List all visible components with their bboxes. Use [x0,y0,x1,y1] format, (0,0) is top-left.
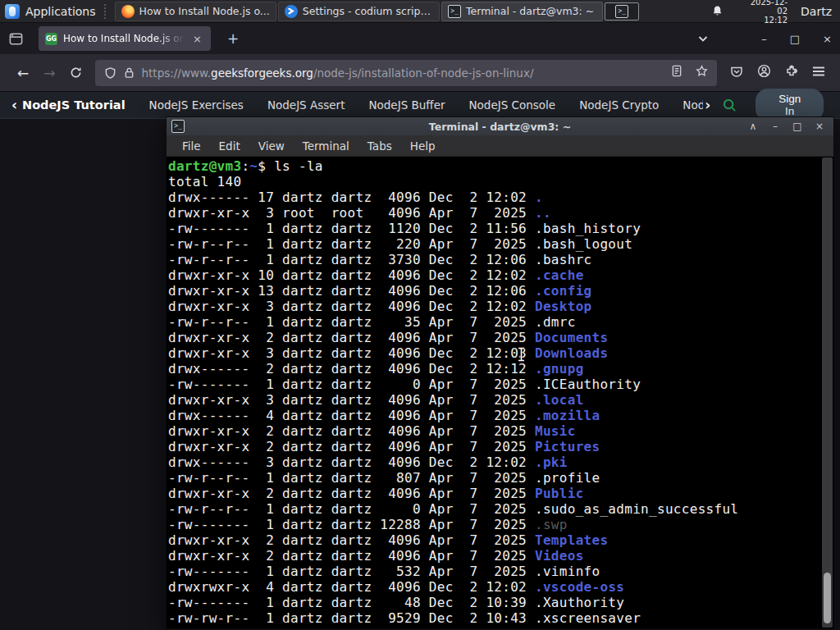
taskbar-item-label: How to Install Node.js o... [139,5,270,17]
geeksforgeeks-favicon: GG [45,33,57,45]
url-bar[interactable]: https://www.geeksforgeeks.org/node-js/in… [95,60,718,86]
list-all-tabs-button[interactable] [697,33,709,44]
taskbar-item-label: Terminal - dartz@vm3: ~ [466,5,594,17]
url-path: /node-js/installation-of-node-js-on-linu… [313,66,534,80]
terminal-line: drwxr-xr-x 13 dartz dartz 4096 Dec 2 12:… [168,283,820,299]
clock-date: 2025-12-02 [740,0,788,16]
terminal-shade-button[interactable]: ∧ [746,121,760,132]
terminal-window-title: Terminal - dartz@vm3: ~ [167,121,833,133]
terminal-menu-file[interactable]: File [173,137,210,155]
reader-mode-icon[interactable] [671,65,682,80]
terminal-line: -rw------- 1 dartz dartz 48 Dec 2 10:39 … [168,595,820,610]
terminal-line: drwx------ 4 dartz dartz 4096 Apr 7 2025… [168,408,820,423]
new-tab-button[interactable]: + [221,29,245,48]
mouse-cursor [517,347,526,365]
url-domain: geeksforgeeks.org [211,66,313,80]
site-nav-item-nodejs-dns[interactable]: NodeJS DNS [682,98,703,112]
terminal-line: -rw------- 1 dartz dartz 12288 Apr 7 202… [168,517,820,532]
terminal-line: -rw-r--r-- 1 dartz dartz 0 Apr 7 2025 .s… [168,501,820,517]
workspace-switcher[interactable]: >_ [605,2,639,21]
hamburger-menu-icon[interactable] [812,65,825,80]
applications-menu-button[interactable]: Applications [0,0,103,22]
vscodium-icon [285,5,298,18]
terminal-line: drwxr-xr-x 3 dartz dartz 4096 Dec 2 12:0… [168,299,820,314]
terminal-line: drwxr-xr-x 10 dartz dartz 4096 Dec 2 12:… [168,267,820,283]
browser-minimize-button[interactable]: – [753,31,775,47]
firefox-view-icon[interactable] [8,31,24,47]
site-subnav: ‹ NodeJS TutorialNodeJS ExercisesNodeJS … [0,92,840,119]
terminal-line: drwxr-xr-x 3 dartz dartz 4096 Dec 2 12:0… [168,345,820,361]
back-button[interactable]: ← [10,62,36,84]
tab-close-icon[interactable]: × [190,32,204,46]
terminal-window: >_ Terminal - dartz@vm3: ~ ∧ – □ × FileE… [166,116,834,629]
nav-scroll-left-icon[interactable]: ‹ [11,97,17,113]
taskbar-item-codium[interactable]: Settings - codium script... [278,2,440,21]
taskbar-item-terminal[interactable]: >_ Terminal - dartz@vm3: ~ [441,2,603,21]
applications-icon [5,4,20,19]
terminal-maximize-button[interactable]: □ [790,121,805,132]
panel-user-label[interactable]: Dartz [801,5,832,18]
forward-button[interactable]: → [36,62,62,84]
terminal-line: drwxr-xr-x 3 root root 4096 Apr 7 2025 .… [168,205,820,221]
terminal-line: -rw-r--r-- 1 dartz dartz 807 Apr 7 2025 … [168,470,820,486]
panel-clock[interactable]: 2025-12-02 12:12 [740,0,788,25]
terminal-icon: >_ [448,5,461,18]
terminal-line: drwxr-xr-x 3 dartz dartz 4096 Apr 7 2025… [168,392,820,408]
site-nav-item-nodejs-tutorial[interactable]: NodeJS Tutorial [22,98,126,112]
reload-button[interactable] [63,64,89,81]
tracking-shield-icon[interactable] [104,66,116,80]
site-nav-item-nodejs-crypto[interactable]: NodeJS Crypto [579,98,659,112]
site-nav-item-nodejs-assert[interactable]: NodeJS Assert [267,98,345,112]
terminal-menu-help[interactable]: Help [401,137,445,155]
clock-time: 12:12 [740,16,788,25]
terminal-scrollbar-thumb[interactable] [824,573,831,623]
terminal-menu-view[interactable]: View [249,137,294,155]
terminal-line: -rw------- 1 dartz dartz 0 Apr 7 2025 .I… [168,377,820,392]
terminal-line: -rw-r--r-- 1 dartz dartz 3730 Dec 2 12:0… [168,252,820,267]
url-text: https://www.geeksforgeeks.org/node-js/in… [142,66,664,80]
terminal-line: drwxr-xr-x 2 dartz dartz 4096 Apr 7 2025… [168,439,820,454]
site-nav-item-nodejs-exercises[interactable]: NodeJS Exercises [149,98,244,112]
pocket-icon[interactable] [730,65,743,81]
browser-toolbar: ← → https://www.geeksforgeeks.org/node-j… [0,54,840,92]
terminal-minimize-button[interactable]: – [768,121,783,132]
terminal-line: drwxr-xr-x 2 dartz dartz 4096 Apr 7 2025… [168,548,820,564]
site-nav-item-nodejs-console[interactable]: NodeJS Console [469,98,556,112]
browser-tab[interactable]: GG How to Install Node.js on × [39,26,211,51]
terminal-line: -rw------- 1 dartz dartz 532 Apr 7 2025 … [168,564,820,579]
notification-bell-icon[interactable] [711,5,724,17]
terminal-line: -rw-rw-r-- 1 dartz dartz 9529 Dec 2 10:4… [168,610,820,626]
terminal-line: total 140 [168,174,820,189]
terminal-line: dartz@vm3:~$ ls -la [168,158,820,174]
site-nav-item-nodejs-buffer[interactable]: NodeJS Buffer [368,98,445,112]
terminal-icon: >_ [171,120,185,133]
terminal-close-button[interactable]: × [812,121,827,132]
terminal-menu-terminal[interactable]: Terminal [294,137,358,155]
account-icon[interactable] [757,64,771,81]
desktop-panel: Applications How to Install Node.js o...… [0,0,840,23]
terminal-scrollbar[interactable] [822,158,833,628]
lock-icon[interactable] [124,66,135,79]
terminal-line: -rw-r--r-- 1 dartz dartz 220 Apr 7 2025 … [168,236,820,252]
extensions-puzzle-icon[interactable] [785,65,798,81]
bookmark-star-icon[interactable] [696,65,708,80]
browser-close-button[interactable]: × [815,31,840,47]
taskbar-item-firefox[interactable]: How to Install Node.js o... [115,2,276,21]
search-icon[interactable] [722,98,737,113]
terminal-line: drwxr-xr-x 2 dartz dartz 4096 Apr 7 2025… [168,532,820,548]
terminal-line: -rw------- 1 dartz dartz 1120 Dec 2 11:5… [168,221,820,236]
terminal-menu-edit[interactable]: Edit [210,137,249,155]
terminal-line: drwxr-xr-x 2 dartz dartz 4096 Apr 7 2025… [168,330,820,345]
site-nav-items: NodeJS TutorialNodeJS ExercisesNodeJS As… [22,98,703,112]
terminal-line: drwxrwxr-x 4 dartz dartz 4096 Dec 2 12:0… [168,579,820,595]
terminal-line: drwxr-xr-x 2 dartz dartz 4096 Apr 7 2025… [168,486,820,501]
tab-title: How to Install Node.js on [63,33,185,44]
terminal-titlebar[interactable]: >_ Terminal - dartz@vm3: ~ ∧ – □ × [167,117,833,135]
browser-tab-bar: GG How to Install Node.js on × + – □ × [0,23,840,54]
terminal-body[interactable]: dartz@vm3:~$ ls -latotal 140drwx------ 1… [167,157,833,628]
taskbar-item-label: Settings - codium script... [303,5,433,17]
nav-scroll-right-icon[interactable]: › [705,97,710,113]
terminal-line: drwx------ 2 dartz dartz 4096 Dec 2 12:1… [168,361,820,377]
browser-maximize-button[interactable]: □ [782,31,808,47]
terminal-menu-tabs[interactable]: Tabs [358,137,401,155]
